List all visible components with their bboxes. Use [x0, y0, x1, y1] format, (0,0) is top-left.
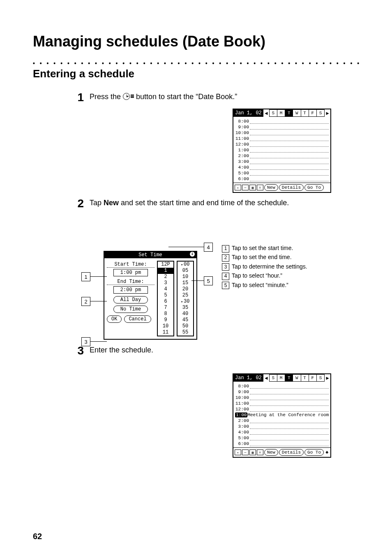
minute-picker[interactable]: 00 05 10 15 20 25 30 35 40 45 50 55 [177, 261, 194, 336]
step-text: Enter the schedule. [90, 345, 153, 357]
all-day-button[interactable]: All Day [113, 296, 148, 303]
clock-icon [123, 93, 130, 100]
view-month-icon[interactable]: ▦ [249, 449, 256, 455]
page-number: 62 [33, 532, 42, 541]
callout-marker: 2 [81, 297, 90, 306]
step-text: Tap New and set the start time and end t… [90, 198, 289, 209]
callout-marker: 3 [81, 337, 90, 346]
prev-week-icon[interactable]: ◀ [263, 374, 269, 382]
end-time-label: End Time: [107, 279, 154, 285]
callout-marker: 4 [204, 243, 213, 252]
cancel-button[interactable]: Cancel [124, 315, 151, 323]
view-week-icon[interactable]: ⋯ [242, 185, 249, 190]
goto-button[interactable]: Go To [304, 449, 324, 456]
end-time-field[interactable]: 2:00 pm [113, 286, 148, 294]
view-agenda-icon[interactable]: ≡ [257, 449, 263, 455]
schedule-entry[interactable]: Meeting at the Conference room [247, 412, 329, 417]
step-number: 3 [74, 345, 84, 357]
callout-marker: 5 [204, 276, 213, 285]
goto-button[interactable]: Go To [304, 184, 324, 191]
selected-hour[interactable]: 1:00 [235, 412, 247, 417]
start-time-label: Start Time: [107, 262, 154, 268]
dot-rule: • • • • • • • • • • • • • • • • • • • • … [33, 60, 359, 66]
datebook-screen-empty: Jan 1, 02 ◀ SMTWTFS ▶ 8:00 9:00 10:00 11… [233, 109, 331, 193]
details-button[interactable]: Details [279, 184, 304, 191]
hour-list[interactable]: 8:00 9:00 10:00 11:00 12:00 1:00Meeting … [233, 382, 330, 447]
prev-week-icon[interactable]: ◀ [263, 109, 269, 117]
ok-button[interactable]: OK [107, 315, 122, 323]
list-lines-icon [131, 94, 134, 99]
callout-marker: 1 [81, 272, 90, 281]
next-week-icon[interactable]: ▶ [325, 109, 330, 117]
view-month-icon[interactable]: ▦ [249, 185, 256, 190]
hour-list[interactable]: 8:00 9:00 10:00 11:00 12:00 1:00 2:00 3:… [233, 117, 330, 183]
no-time-button[interactable]: No Time [113, 306, 148, 313]
callout-list: 1Tap to set the start time. 2Tap to set … [222, 243, 307, 290]
hour-picker[interactable]: 12P 1 2 3 4 5 6 7 8 9 10 11 [157, 261, 174, 336]
new-button[interactable]: New [264, 184, 278, 191]
datebook-screen-filled: Jan 1, 02 ◀ SMTWTFS ▶ 8:00 9:00 10:00 11… [233, 373, 331, 458]
dialog-title: Set Timei [104, 252, 196, 258]
step-text: Press the button to start the “Date Book… [90, 92, 237, 103]
set-time-dialog: Set Timei Start Time: 1:00 pm End Time: … [104, 251, 197, 340]
weekday-strip[interactable]: SMTWTFS [269, 109, 325, 117]
page-title: Managing schedules (Date Book) [33, 33, 359, 50]
details-button[interactable]: Details [279, 449, 304, 456]
weekday-strip[interactable]: SMTWTFS [269, 374, 325, 382]
next-week-icon[interactable]: ▶ [325, 374, 330, 382]
step-number: 2 [74, 198, 84, 209]
section-title: Entering a schedule [33, 67, 359, 80]
info-icon[interactable]: i [190, 252, 195, 257]
view-week-icon[interactable]: ⋯ [242, 449, 249, 455]
view-day-icon[interactable]: • [235, 449, 241, 455]
new-button[interactable]: New [264, 449, 278, 456]
date-label: Jan 1, 02 [233, 109, 263, 117]
step-number: 1 [74, 92, 84, 103]
date-label: Jan 1, 02 [233, 374, 263, 382]
view-day-icon[interactable]: • [235, 185, 241, 190]
scroll-up-icon[interactable]: ♠ [325, 449, 328, 455]
start-time-field[interactable]: 1:00 pm [113, 269, 148, 276]
view-agenda-icon[interactable]: ≡ [257, 185, 263, 190]
